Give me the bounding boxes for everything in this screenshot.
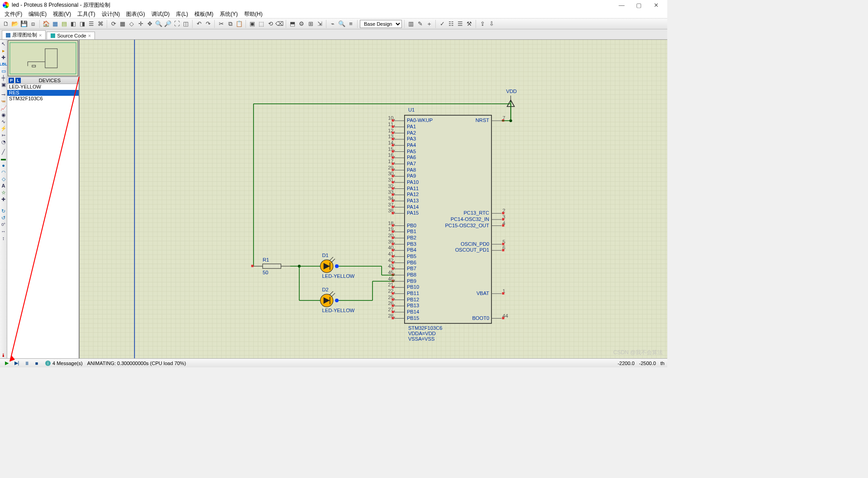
tab[interactable]: Source Code×: [47, 32, 95, 39]
select-mode-icon[interactable]: ↖: [0, 41, 7, 47]
probe-v-icon[interactable]: ⚡: [0, 125, 7, 131]
cut-icon[interactable]: ✂: [217, 20, 225, 28]
menu-item[interactable]: 视图(V): [50, 10, 74, 19]
zoom-fit-icon[interactable]: ⛶: [173, 20, 181, 28]
design-variant-select[interactable]: Base Design: [360, 20, 402, 28]
align-icon[interactable]: ▥: [407, 20, 415, 28]
device-item[interactable]: RES: [7, 90, 79, 96]
schematic-canvas[interactable]: U1STM32F103C6VDDA=VDDVSSA=VSS10PA0-WKUP1…: [80, 40, 667, 358]
packaging-icon[interactable]: ⊞: [307, 20, 315, 28]
tab[interactable]: 原理图绘制×: [2, 30, 46, 39]
zoom-area-icon[interactable]: ◫: [182, 20, 190, 28]
save-icon[interactable]: 💾: [20, 20, 28, 28]
rotate-cw-icon[interactable]: ↻: [0, 208, 7, 214]
home-icon[interactable]: 🏠: [42, 20, 50, 28]
overview-panel[interactable]: [8, 40, 78, 76]
menu-item[interactable]: 调试(D): [149, 10, 173, 19]
snap-icon[interactable]: ◇: [127, 20, 136, 28]
terminal-icon[interactable]: ⊸: [0, 91, 7, 98]
l-button[interactable]: L: [15, 78, 21, 83]
property-icon[interactable]: ≡: [347, 20, 355, 28]
menu-item[interactable]: 设计(N): [99, 10, 123, 19]
paste-icon[interactable]: 📋: [235, 20, 243, 28]
erc-icon[interactable]: ✓: [438, 20, 446, 28]
device-item[interactable]: LED-YELLOW: [7, 84, 79, 90]
path-icon[interactable]: ◇: [0, 176, 7, 182]
menu-item[interactable]: 库(L): [173, 10, 191, 19]
menu-item[interactable]: 帮助(H): [241, 10, 265, 19]
tape-icon[interactable]: ◉: [0, 112, 7, 118]
menu-item[interactable]: 系统(Y): [217, 10, 241, 19]
block-delete-icon[interactable]: ⌫: [275, 20, 283, 28]
schematic-icon[interactable]: ▦: [51, 20, 59, 28]
line-icon[interactable]: ╱: [0, 149, 7, 155]
export-icon[interactable]: ⇪: [478, 20, 486, 28]
status-messages[interactable]: i 4 Message(s): [45, 361, 83, 366]
menu-item[interactable]: 文件(F): [2, 10, 25, 19]
device-item[interactable]: STM32F103C6: [7, 96, 79, 102]
import-icon[interactable]: ⇩: [487, 20, 495, 28]
3d-icon[interactable]: ◧: [69, 20, 77, 28]
menu-item[interactable]: 编辑(E): [26, 10, 49, 19]
wire-autorouter-icon[interactable]: ⌁: [329, 20, 337, 28]
junction-icon[interactable]: ✚: [0, 54, 7, 61]
netlist-icon[interactable]: ☷: [447, 20, 455, 28]
pcb-icon[interactable]: ▤: [60, 20, 68, 28]
compile-icon[interactable]: ⚒: [465, 20, 473, 28]
close-button[interactable]: ✕: [647, 2, 665, 9]
mirror-h-icon[interactable]: ↔: [0, 228, 7, 234]
tab-close-icon[interactable]: ×: [39, 33, 42, 38]
devices-list[interactable]: LED-YELLOWRESSTM32F103C6: [7, 84, 79, 358]
symbol-icon[interactable]: ☆: [0, 189, 7, 196]
zoom-in-icon[interactable]: 🔍: [155, 20, 163, 28]
bom-icon[interactable]: ☰: [87, 20, 95, 28]
pan-icon[interactable]: ✥: [146, 20, 154, 28]
label-icon[interactable]: LBL: [0, 61, 7, 67]
make-device-icon[interactable]: ⚙: [297, 20, 306, 28]
menu-item[interactable]: 模板(M): [192, 10, 216, 19]
report-icon[interactable]: ☰: [456, 20, 464, 28]
menu-item[interactable]: 图表(G): [123, 10, 147, 19]
copy-icon[interactable]: ⧉: [226, 20, 234, 28]
rotate-ccw-icon[interactable]: ↺: [0, 215, 7, 221]
text-2d-icon[interactable]: A: [0, 183, 7, 189]
text-script-icon[interactable]: ▭: [0, 68, 7, 74]
decompose-icon[interactable]: ⇲: [316, 20, 324, 28]
text-icon[interactable]: ✎: [416, 20, 424, 28]
gerber-icon[interactable]: ◨: [78, 20, 86, 28]
p-button[interactable]: P: [9, 78, 14, 83]
component-mode-icon[interactable]: ▸: [0, 47, 7, 54]
toggle-grid-icon[interactable]: ▦: [118, 20, 127, 28]
menu-item[interactable]: 工具(T): [75, 10, 98, 19]
block-move-icon[interactable]: ⬚: [257, 20, 265, 28]
code-icon[interactable]: ⌘: [96, 20, 104, 28]
block-copy-icon[interactable]: ▣: [248, 20, 256, 28]
zoom-out-icon[interactable]: 🔎: [164, 20, 172, 28]
open-icon[interactable]: 📂: [11, 20, 19, 28]
bus-icon[interactable]: ╪: [0, 75, 7, 81]
play-button[interactable]: ▶: [3, 360, 11, 367]
arc-icon[interactable]: ◠: [0, 169, 7, 175]
box-icon[interactable]: ▬: [0, 155, 7, 162]
new-icon[interactable]: 🗋: [2, 20, 10, 28]
probe-i-icon[interactable]: ➳: [0, 132, 7, 138]
marker-icon[interactable]: ✚: [0, 196, 7, 202]
instrument-icon[interactable]: ◔: [0, 139, 7, 145]
origin-icon[interactable]: ✛: [137, 20, 145, 28]
generator-icon[interactable]: ∿: [0, 118, 7, 125]
mirror-v-icon[interactable]: ↕: [0, 235, 7, 241]
graph-icon[interactable]: 📈: [0, 105, 7, 111]
circle-icon[interactable]: ●: [0, 162, 7, 169]
stop-button[interactable]: ■: [33, 360, 41, 367]
refresh-icon[interactable]: ⟳: [109, 20, 118, 28]
device-pin-icon[interactable]: ≔: [0, 98, 7, 104]
search-icon[interactable]: 🔍: [338, 20, 346, 28]
maximize-button[interactable]: ▢: [630, 2, 647, 9]
tab-close-icon[interactable]: ×: [88, 33, 91, 38]
add-sheet-icon[interactable]: ＋: [425, 20, 433, 28]
step-button[interactable]: ▶|: [13, 360, 21, 367]
block-rotate-icon[interactable]: ⟲: [266, 20, 274, 28]
minimize-button[interactable]: —: [613, 2, 630, 9]
redo-icon[interactable]: ↷: [204, 20, 212, 28]
undo-icon[interactable]: ↶: [195, 20, 203, 28]
